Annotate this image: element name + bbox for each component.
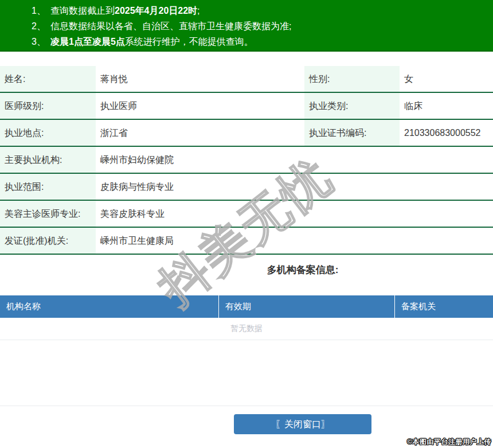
notice-text: 查询数据截止到 xyxy=(50,6,115,15)
field-label-cosmetic-specialty: 美容主诊医师专业: xyxy=(0,200,96,227)
table-row: 医师级别: 执业医师 执业类别: 临床 xyxy=(0,92,493,119)
field-label-certificate-number: 执业证书编码: xyxy=(304,119,400,146)
field-value-certificate-number: 210330683000552 xyxy=(400,119,493,146)
org-header-cell-filing-authority: 备案机关 xyxy=(394,295,493,318)
org-header-cell-institution: 机构名称 xyxy=(0,295,218,318)
table-row: 主要执业机构: 嵊州市妇幼保健院 xyxy=(0,146,493,173)
org-table-header: 机构名称 有效期 备案机关 xyxy=(0,295,493,318)
notice-text: ; xyxy=(197,6,199,15)
notice-number: 2、 xyxy=(32,18,50,34)
notice-number: 1、 xyxy=(32,3,50,18)
field-label-practice-location: 执业地点: xyxy=(0,119,96,146)
field-label-practice-scope: 执业范围: xyxy=(0,173,96,200)
field-label-gender: 性别: xyxy=(304,66,400,92)
notice-text-bold: 2025年4月20日22时 xyxy=(115,6,197,15)
close-window-button[interactable]: 〖关闭窗口〗 xyxy=(234,414,371,434)
table-row: 执业范围: 皮肤病与性病专业 xyxy=(0,173,493,200)
field-label-doctor-level: 医师级别: xyxy=(0,92,96,119)
field-value-doctor-level: 执业医师 xyxy=(96,92,304,119)
multi-org-section-title: 多机构备案信息: xyxy=(0,264,493,276)
field-value-practice-scope: 皮肤病与性病专业 xyxy=(96,173,493,200)
button-row: 〖关闭窗口〗 xyxy=(0,414,493,434)
org-table-body-spacer xyxy=(0,340,493,406)
org-header-cell-validity: 有效期 xyxy=(218,295,394,318)
notice-line-3: 3、凌晨1点至凌晨5点系统进行维护，不能提供查询。 xyxy=(0,34,493,49)
practitioner-query-result-page: 1、查询数据截止到2025年4月20日22时; 2、信息数据结果以各省、自治区、… xyxy=(0,0,493,448)
field-value-name: 蒋肖悦 xyxy=(96,66,304,92)
field-label-issuing-authority: 发证(批准)机关: xyxy=(0,227,96,254)
table-row: 姓名: 蒋肖悦 性别: 女 xyxy=(0,66,493,92)
practitioner-info-table: 姓名: 蒋肖悦 性别: 女 医师级别: 执业医师 执业类别: 临床 执业地点: … xyxy=(0,66,493,255)
field-value-gender: 女 xyxy=(400,66,493,92)
field-label-main-institution: 主要执业机构: xyxy=(0,146,96,173)
field-value-practice-location: 浙江省 xyxy=(96,119,304,146)
field-value-main-institution: 嵊州市妇幼保健院 xyxy=(96,146,493,173)
notice-text: 系统进行维护，不能提供查询。 xyxy=(125,37,253,46)
field-value-cosmetic-specialty: 美容皮肤科专业 xyxy=(96,200,493,227)
notice-text: 信息数据结果以各省、自治区、直辖市卫生健康委数据为准; xyxy=(50,21,291,31)
notice-text-bold: 凌晨1点至凌晨5点 xyxy=(50,37,125,46)
field-value-issuing-authority: 嵊州市卫生健康局 xyxy=(96,227,493,254)
table-row: 执业地点: 浙江省 执业证书编码: 210330683000552 xyxy=(0,119,493,146)
field-label-practice-category: 执业类别: xyxy=(304,92,400,119)
notice-line-2: 2、信息数据结果以各省、自治区、直辖市卫生健康委数据为准; xyxy=(0,18,493,34)
org-table-empty-row: 暂无数据 xyxy=(0,318,493,340)
table-row: 美容主诊医师专业: 美容皮肤科专业 xyxy=(0,200,493,227)
field-value-practice-category: 临床 xyxy=(400,92,493,119)
field-label-name: 姓名: xyxy=(0,66,96,92)
notice-banner: 1、查询数据截止到2025年4月20日22时; 2、信息数据结果以各省、自治区、… xyxy=(0,0,493,52)
notice-line-1: 1、查询数据截止到2025年4月20日22时; xyxy=(0,3,493,18)
footer-credit: ©本图由平台注册用户上传 xyxy=(407,437,491,447)
notice-number: 3、 xyxy=(32,34,50,49)
table-row: 发证(批准)机关: 嵊州市卫生健康局 xyxy=(0,227,493,254)
